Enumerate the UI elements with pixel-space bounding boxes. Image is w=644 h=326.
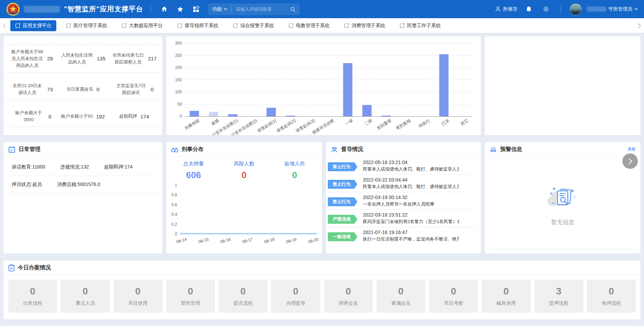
- y-axis-tick: 0: [180, 114, 182, 119]
- x-axis-label: 二审: [364, 118, 373, 127]
- todo-stats-panel: 账户余额大于98且入所未扣生活用品的人员 29 入所未扣生活用品的人员 135 …: [3, 36, 162, 135]
- bar-slot: 二审: [357, 43, 377, 116]
- data-point: [225, 233, 227, 235]
- favorite-star-icon[interactable]: [174, 3, 186, 15]
- card-value: 0: [451, 286, 456, 297]
- view-link[interactable]: 查看: [628, 147, 636, 152]
- x-axis-label: 06-18: [264, 237, 275, 244]
- today-case-card[interactable]: 0 禁闭管理: [166, 280, 215, 313]
- bar-二审: [363, 105, 372, 116]
- dashboard-content: 账户余额大于98且入所未扣生活用品的人员 29 入所未扣生活用品的人员 135 …: [0, 33, 644, 323]
- card-label: 耳目考察: [444, 300, 463, 306]
- stat-item[interactable]: 当日家属会见 0: [57, 82, 108, 97]
- today-case-card[interactable]: 3 提押流程: [534, 280, 583, 313]
- search-icon[interactable]: [290, 7, 296, 12]
- daily-management-panel: 日常管理 谈话教育:11600违规情况:132超期羁押:174押员状态:超员消费…: [3, 142, 162, 254]
- card-value: 0: [30, 286, 35, 297]
- stat-row: 全所21-20日未谈话人员 73 当日家属会见 0 主管监室无7日跟踪谈话 0: [6, 79, 160, 100]
- metric-value: 606: [168, 170, 219, 181]
- stat-item[interactable]: 账户余额大于98且入所未扣生活用品的人员 29: [6, 48, 57, 70]
- settings-gear-icon[interactable]: [540, 3, 552, 15]
- data-point: [292, 233, 295, 235]
- x-axis-label: 06-19: [286, 237, 297, 244]
- today-case-card[interactable]: 0 耳目使用: [114, 280, 162, 313]
- supervision-list-item[interactable]: 禁止行为 2022-05-18 23:21:04 民警本人或指使他人体罚、殴打、…: [328, 157, 476, 175]
- search-input[interactable]: [236, 7, 287, 12]
- subsystem-icon: [233, 23, 238, 28]
- y-axis-tick: 0: [175, 232, 177, 236]
- series-line: [181, 233, 316, 234]
- subsystem-icon: [15, 23, 20, 28]
- today-case-card[interactable]: 0 律师会见: [324, 280, 373, 313]
- bar-一审: [343, 63, 353, 116]
- stat-value: 192: [96, 114, 105, 119]
- bar-slot: 发回重审: [377, 43, 396, 116]
- role-switcher[interactable]: 所领导: [495, 6, 517, 12]
- panel-title: 刑事分布: [182, 146, 204, 153]
- function-menu[interactable]: 功能: [212, 6, 227, 12]
- calendar-icon: [8, 146, 15, 153]
- supervision-list-item[interactable]: 严重违规 2022-03-18 23:51:22 夜间开监室门未做到有2名警力（…: [328, 210, 476, 227]
- stat-label: 主管监室无7日跟踪谈话: [114, 82, 147, 96]
- today-case-card[interactable]: 0 收押流程: [587, 280, 636, 313]
- card-value: 0: [188, 286, 193, 297]
- supervision-list-item[interactable]: 一般违规 2021-07-16 19:16:47 执行一日生活制度不严格，监室内…: [328, 227, 476, 244]
- today-case-card[interactable]: 0 提讯流程: [219, 280, 267, 313]
- carousel-next-button[interactable]: [622, 153, 638, 169]
- data-point: [180, 233, 183, 235]
- stat-item[interactable]: 入所未扣生活用品的人员 135: [57, 48, 108, 70]
- card-label: 提讯流程: [233, 300, 253, 306]
- card-value: 0: [83, 286, 88, 297]
- tabs-scroll-right-icon[interactable]: [637, 18, 641, 33]
- violation-tag: 严重违规: [328, 215, 357, 224]
- subsystem-tab[interactable]: 医疗管理子系统: [61, 20, 112, 31]
- empty-state-text: 暂无信息: [551, 218, 574, 226]
- stat-label: 全所未结束七日跟踪观察人员: [112, 52, 145, 66]
- subsystem-tab[interactable]: 督导指挥子系统: [172, 20, 223, 31]
- intake-trend-line-chart: 10.80.60.40.2006-1406-1506-1606-1706-180…: [180, 185, 317, 243]
- home-icon[interactable]: [159, 3, 170, 15]
- subsystem-icon: [122, 23, 127, 28]
- subsystem-tab[interactable]: 大数据应用平台: [117, 20, 168, 31]
- x-axis-label: 发回重审: [376, 118, 393, 131]
- today-case-card[interactable]: 0 家属会见: [377, 280, 425, 313]
- card-label: 提押流程: [549, 300, 568, 306]
- notifications-bell-icon[interactable]: [523, 3, 534, 15]
- stat-item[interactable]: 全所未结束七日跟踪观察人员 217: [108, 48, 160, 70]
- tab-label: 大数据应用平台: [129, 23, 163, 29]
- today-case-card[interactable]: 0 重点人员: [61, 280, 110, 313]
- today-case-card[interactable]: 0 耳目考察: [429, 280, 478, 313]
- apps-grid-icon[interactable]: [190, 3, 202, 15]
- stat-item[interactable]: 账户余额小于50 192: [57, 109, 108, 124]
- data-point: [270, 233, 272, 235]
- today-case-card[interactable]: 0 办理提审: [271, 280, 320, 313]
- stat-item[interactable]: 超期羁押 174: [108, 109, 160, 124]
- divider: [231, 5, 232, 13]
- tab-label: 应用支撑平台: [23, 23, 51, 29]
- stat-item[interactable]: 全所21-20日未谈话人员 73: [6, 82, 57, 97]
- y-axis-tick: 200: [175, 65, 182, 70]
- subsystem-tab[interactable]: 消费管理子系统: [339, 20, 390, 31]
- subsystem-tab[interactable]: 应用支撑平台: [10, 20, 56, 31]
- panel-title: 督导情况: [341, 146, 363, 153]
- subsystem-tab[interactable]: 民警工作子系统: [395, 20, 446, 31]
- bar-审查起诉(1): [266, 108, 276, 116]
- x-axis-label: 其它: [460, 118, 470, 127]
- tabs-scroll-left-icon[interactable]: [3, 18, 7, 33]
- daily-stat: 违规情况:132: [60, 164, 89, 170]
- bar-slot: 一审: [338, 43, 358, 116]
- today-case-card[interactable]: 0 械具使用: [482, 280, 530, 313]
- bar-逮捕: [209, 112, 218, 116]
- stat-item[interactable]: 账户余额大于3000 0: [6, 109, 57, 124]
- user-menu[interactable]: 守所管理员: [587, 6, 638, 12]
- subsystem-tab[interactable]: 电教管理子系统: [284, 20, 334, 31]
- supervision-list-item[interactable]: 禁止行为 2022-03-22 03:04:44 民警本人或指使他人体罚、殴打、…: [328, 175, 476, 192]
- stat-item[interactable]: 主管监室无7日跟踪谈话 0: [108, 82, 160, 97]
- card-label: 出所流程: [23, 300, 42, 306]
- subsystem-tab[interactable]: 综合报警子系统: [228, 20, 279, 31]
- y-axis-tick: 0.8: [171, 193, 177, 197]
- today-case-card[interactable]: 0 出所流程: [8, 280, 57, 313]
- supervision-list-item[interactable]: 禁止行为 2022-03-19 00:14:32 一名在押人员帮另一名在押人员按…: [328, 192, 476, 210]
- y-axis-tick: 1: [175, 183, 177, 188]
- user-avatar[interactable]: [570, 3, 582, 15]
